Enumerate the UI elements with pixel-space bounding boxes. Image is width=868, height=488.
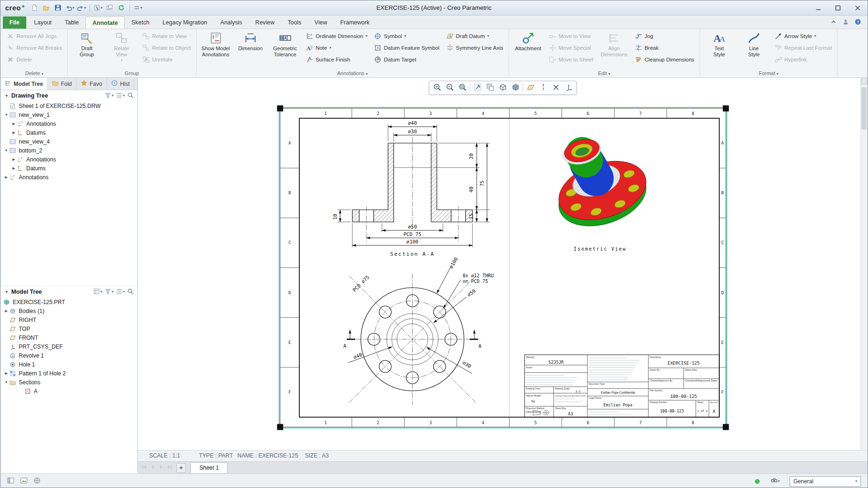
datum-target-button[interactable]: Datum Target [371, 53, 442, 65]
expand-icon[interactable]: ▶ [3, 175, 9, 179]
ribbon-group-label-edit[interactable]: Edit ▾ [509, 70, 700, 76]
tree-item-bodies-1[interactable]: ▶Bodies (1) [0, 306, 137, 315]
tree-item-bottom-2[interactable]: ▼bottom_2 [0, 146, 137, 155]
tree-item-a[interactable]: A [0, 387, 137, 396]
tree-item-hole-1[interactable]: Hole 1 [0, 360, 137, 369]
collapse-icon[interactable]: ▼ [3, 148, 9, 152]
tab-layout[interactable]: Layout [28, 16, 59, 29]
tree-item-new-view-1[interactable]: ▼new_view_1 [0, 110, 137, 119]
collapse-icon[interactable]: ▼ [3, 380, 9, 384]
tree-filter-button[interactable]: ▾ [104, 288, 114, 297]
dim-20[interactable]: 20 [468, 153, 474, 160]
tree-item-prt-csys-def[interactable]: PRT_CSYS_DEF [0, 342, 137, 351]
symmetry-line-axis-button[interactable]: Symmetry Line Axis [443, 42, 506, 53]
collapse-ribbon-button[interactable] [828, 18, 838, 27]
text-style-button[interactable]: AATextStyle [702, 30, 736, 67]
repaint-button[interactable] [484, 82, 496, 94]
tree-item-datums[interactable]: ▶Datums [0, 164, 137, 173]
dim-pcd75[interactable]: PCD 75 [404, 231, 421, 237]
dimension-button[interactable]: Dimension [234, 30, 267, 67]
ribbon-group-label-format[interactable]: Format ▾ [700, 70, 838, 76]
attachment-button[interactable]: Attachment [511, 30, 545, 67]
dim-40[interactable]: 40 [468, 187, 474, 193]
tree-display-button[interactable]: ▾ [115, 92, 125, 100]
regenerate-button[interactable] [116, 2, 127, 14]
cleanup-dimensions-button[interactable]: Cleanup Dimensions [632, 53, 697, 65]
scrollbar-thumb[interactable] [861, 87, 867, 130]
jog-button[interactable]: Jog [632, 30, 697, 42]
navigator-tab-favo[interactable]: Favo [76, 78, 107, 90]
sheet-tab-sheet-1[interactable]: Sheet 1 [190, 462, 228, 473]
ribbon-group-label-delete[interactable]: Delete ▾ [1, 70, 67, 76]
tab-review[interactable]: Review [249, 16, 281, 29]
refit-button[interactable] [471, 82, 484, 94]
note-button[interactable]: ANote▾ [303, 42, 371, 53]
tab-file[interactable]: File [3, 16, 26, 29]
model-display-button[interactable]: ▾ [93, 288, 103, 297]
tree-display-button[interactable]: ▾ [115, 288, 125, 297]
datum-point-button[interactable] [549, 82, 562, 94]
customize-button[interactable]: ▾ [132, 2, 144, 14]
hole-note-line1[interactable]: 8x ⌀12 THRU [463, 273, 494, 278]
zoom-window-button[interactable] [456, 82, 469, 94]
tree-item-new-view-4[interactable]: new_view_4 [0, 137, 137, 146]
datum-feature-symbol-button[interactable]: ADatum Feature Symbol [371, 42, 442, 53]
break-button[interactable]: Break [632, 42, 697, 53]
expand-icon[interactable]: ▶ [3, 371, 9, 375]
datum-axis-button[interactable] [537, 82, 549, 94]
show-model-annotations-button[interactable]: Show ModelAnnotations [199, 30, 233, 67]
ordinate-dimension-button[interactable]: Ordinate Dimension▾ [303, 30, 371, 42]
sheet-corner-handle[interactable] [723, 106, 729, 112]
tree-filter-button[interactable]: ▾ [104, 92, 114, 100]
tree-item-top[interactable]: TOP [0, 324, 137, 333]
tab-view[interactable]: View [308, 16, 334, 29]
tab-analysis[interactable]: Analysis [214, 16, 249, 29]
dim-75[interactable]: 75 [479, 181, 485, 187]
datum-plane-button[interactable] [524, 82, 537, 94]
arrow-style-button[interactable]: Arrow Style▾ [772, 30, 835, 42]
navigator-tab-hist[interactable]: Hist [107, 78, 135, 90]
tree-item-sections[interactable]: ▼Sections [0, 378, 137, 387]
scrollbar-button[interactable] [861, 78, 867, 84]
dim-15[interactable]: 15 [468, 214, 474, 220]
tree-item-sheet-1-of-exercise-125-drw[interactable]: Sheet 1 of EXERCISE-125.DRW [0, 101, 137, 110]
find-button[interactable]: ▾ [769, 476, 781, 487]
help-button[interactable]: ? [853, 18, 863, 27]
expand-icon[interactable]: ▶ [11, 130, 17, 135]
tab-table[interactable]: Table [58, 16, 85, 29]
tree-item-revolve-1[interactable]: Revolve 1 [0, 351, 137, 360]
search-button[interactable] [127, 92, 134, 100]
expand-icon[interactable]: ▶ [11, 157, 17, 161]
geometric-tolerance-button[interactable]: GeometricTolerance [268, 30, 302, 67]
tree-item-pattern-1-of-hole-2[interactable]: ▶Pattern 1 of Hole 2 [0, 369, 137, 378]
search-button[interactable] [127, 288, 134, 297]
ribbon-group-label-annotations[interactable]: Annotations ▾ [197, 70, 509, 76]
dim-d30[interactable]: ⌀30 [408, 129, 417, 134]
zoom-in-button[interactable] [431, 82, 443, 94]
draft-group-button[interactable]: DraftGroup [70, 30, 104, 67]
tree-item-annotations[interactable]: ▶Annotations [0, 155, 137, 164]
draft-datum-button[interactable]: ADraft Datum▾ [443, 30, 506, 42]
expand-icon[interactable]: ▶ [3, 309, 9, 313]
navigator-tab-model-tree[interactable]: Model Tree [0, 78, 48, 90]
tree-item-right[interactable]: RIGHT [0, 315, 137, 324]
browser-toggle-button[interactable] [31, 476, 43, 487]
select-filter-button[interactable]: ▾ [92, 2, 104, 14]
navigator-tab-fold[interactable]: Fold [48, 78, 76, 90]
tree-item-datums[interactable]: ▶Datums [0, 128, 137, 137]
new-file-button[interactable] [29, 2, 40, 14]
expand-icon[interactable]: ▶ [11, 122, 17, 126]
tree-item-front[interactable]: FRONT [0, 333, 137, 342]
tab-legacy-migration[interactable]: Legacy Migration [156, 16, 213, 29]
zoom-out-button[interactable] [443, 82, 456, 94]
open-file-button[interactable] [41, 2, 52, 14]
datum-csys-button[interactable] [562, 82, 575, 94]
display-toggle-button[interactable] [18, 476, 30, 487]
expand-icon[interactable]: ▶ [11, 166, 17, 170]
minimize-button[interactable] [808, 0, 828, 15]
sheet-corner-handle[interactable] [277, 106, 283, 112]
dim-10[interactable]: 10 [332, 214, 338, 220]
hole-note-line2[interactable]: on PCD 75 [463, 279, 488, 284]
panel-toggle-button[interactable] [5, 476, 16, 487]
tree-item-annotations[interactable]: ▶Annotations [0, 119, 137, 128]
